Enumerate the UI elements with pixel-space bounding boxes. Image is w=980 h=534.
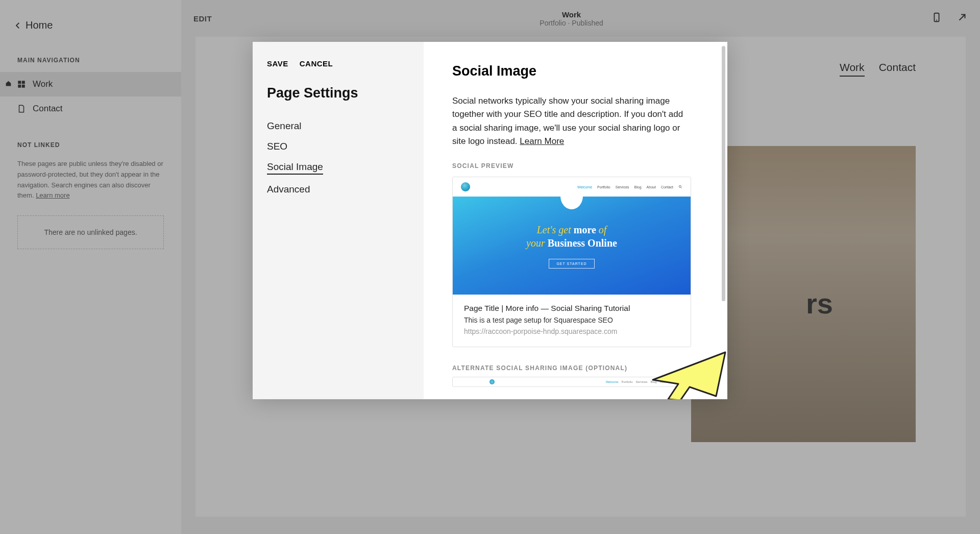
modal-content: Social Image Social networks typically s… (424, 42, 727, 399)
tab-advanced[interactable]: Advanced (267, 184, 409, 195)
content-title: Social Image (452, 63, 699, 79)
preview-meta-title: Page Title | More info — Social Sharing … (464, 304, 679, 313)
annotation-cursor-arrow-icon (644, 348, 727, 399)
page-settings-modal: SAVE CANCEL Page Settings General SEO So… (253, 42, 727, 399)
preview-hero-text: Let's get more of your Business Online (526, 223, 617, 250)
alternate-image-strip[interactable]: Welcome Portfolio Services Blog About Co… (452, 377, 696, 387)
preview-card-header: Welcome Portfolio Services Blog About Co… (453, 177, 691, 197)
modal-overlay[interactable]: SAVE CANCEL Page Settings General SEO So… (0, 0, 980, 534)
preview-mini-nav: Welcome Portfolio Services Blog About Co… (577, 185, 682, 189)
modal-title: Page Settings (267, 85, 409, 101)
cancel-button[interactable]: CANCEL (300, 59, 333, 68)
modal-sidebar: SAVE CANCEL Page Settings General SEO So… (253, 42, 424, 399)
preview-meta-url: https://raccoon-porpoise-hndp.squarespac… (464, 327, 679, 335)
tab-general[interactable]: General (267, 120, 409, 132)
alt-logo-icon (489, 379, 495, 384)
preview-cta-button: GET STARTED (549, 259, 594, 269)
svg-point-6 (679, 185, 681, 187)
social-preview-label: SOCIAL PREVIEW (452, 162, 699, 169)
preview-notch (560, 196, 583, 209)
tab-social-image[interactable]: Social Image (267, 161, 323, 175)
alternate-image-label: ALTERNATE SOCIAL SHARING IMAGE (OPTIONAL… (452, 365, 699, 372)
save-button[interactable]: SAVE (267, 59, 288, 68)
preview-logo-icon (461, 182, 470, 191)
preview-meta: Page Title | More info — Social Sharing … (453, 295, 691, 347)
tab-seo[interactable]: SEO (267, 141, 409, 152)
search-icon (678, 185, 682, 189)
social-preview-card: Welcome Portfolio Services Blog About Co… (452, 177, 691, 347)
learn-more-link[interactable]: Learn More (520, 136, 564, 146)
content-description: Social networks typically show your soci… (452, 94, 687, 148)
preview-meta-desc: This is a test page setup for Squarespac… (464, 316, 679, 324)
svg-line-7 (681, 187, 682, 188)
preview-hero: Let's get more of your Business Online G… (453, 197, 691, 295)
